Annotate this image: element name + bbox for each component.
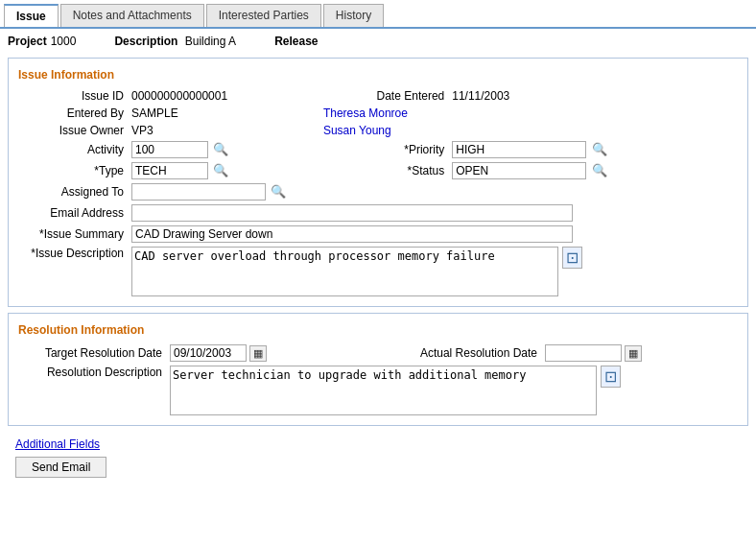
email-address-input[interactable] [131, 204, 573, 222]
resolution-desc-expand-button[interactable]: ⊡ [601, 366, 621, 388]
email-address-label: Email Address [12, 202, 128, 224]
status-label: *Status [333, 160, 448, 181]
bottom-section: Additional Fields Send Email [0, 430, 756, 484]
header-row: Project1000 Description Building A Relea… [0, 29, 756, 54]
actual-date-label: Actual Resolution Date [388, 342, 541, 364]
target-date-input[interactable] [170, 344, 247, 362]
additional-fields-link[interactable]: Additional Fields [8, 434, 107, 455]
status-input[interactable] [452, 162, 586, 179]
email-address-cell [128, 202, 744, 224]
resolution-dates-row: Target Resolution Date ▦ Actual Resoluti… [12, 342, 744, 364]
assigned-to-label: Assigned To [12, 181, 128, 202]
resolution-desc-label: Resolution Description [12, 364, 166, 417]
actual-date-input[interactable] [545, 344, 622, 362]
actual-date-calendar-button[interactable]: ▦ [625, 345, 642, 362]
priority-cell: 🔍 [448, 139, 744, 160]
actual-date-cell: ▦ [541, 342, 744, 364]
project-label: Project [8, 35, 47, 48]
issue-form-table: Issue ID 000000000000001 Date Entered 11… [12, 87, 744, 298]
entered-by-person: Theresa Monroe [319, 105, 448, 122]
target-date-cell: ▦ [166, 342, 368, 364]
priority-search-button[interactable]: 🔍 [590, 142, 609, 156]
email-address-row: Email Address [12, 202, 744, 224]
issue-summary-cell [128, 224, 744, 245]
issue-description-row: *Issue Description CAD server overload t… [12, 245, 744, 298]
description-label: Description [114, 35, 177, 48]
issue-owner-row: Issue Owner VP3 Susan Young [12, 122, 744, 139]
tab-issue[interactable]: Issue [4, 4, 59, 27]
target-date-calendar-button[interactable]: ▦ [249, 345, 267, 362]
resolution-section-title: Resolution Information [12, 321, 744, 342]
issue-description-label: *Issue Description [12, 245, 128, 298]
activity-cell: 🔍 [128, 139, 319, 160]
entered-by-label: Entered By [12, 105, 128, 122]
type-search-button[interactable]: 🔍 [211, 163, 230, 177]
resolution-desc-cell: Server technician to upgrade with additi… [166, 364, 744, 417]
issue-information-section: Issue Information Issue ID 0000000000000… [8, 58, 748, 307]
issue-section-title: Issue Information [12, 66, 744, 87]
issue-owner-person: Susan Young [319, 122, 448, 139]
issue-id-label: Issue ID [12, 87, 128, 105]
date-entered-label: Date Entered [333, 87, 448, 105]
status-search-button[interactable]: 🔍 [590, 163, 609, 177]
issue-id-row: Issue ID 000000000000001 Date Entered 11… [12, 87, 744, 105]
entered-by-value: SAMPLE [128, 105, 319, 122]
issue-description-textarea[interactable]: CAD server overload through processor me… [131, 247, 558, 296]
priority-input[interactable] [452, 141, 586, 158]
issue-owner-value: VP3 [128, 122, 319, 139]
issue-summary-label: *Issue Summary [12, 224, 128, 245]
tab-history[interactable]: History [323, 4, 384, 27]
send-email-button[interactable]: Send Email [15, 457, 106, 478]
type-input[interactable] [131, 162, 208, 179]
activity-label: Activity [12, 139, 128, 160]
status-cell: 🔍 [448, 160, 744, 181]
tab-bar: Issue Notes and Attachments Interested P… [0, 0, 756, 29]
type-label: *Type [12, 160, 128, 181]
issue-summary-input[interactable] [131, 225, 573, 243]
date-entered-value: 11/11/2003 [448, 87, 744, 105]
tab-interested[interactable]: Interested Parties [206, 4, 321, 27]
description-value: Building A [185, 35, 236, 48]
assigned-to-search-button[interactable]: 🔍 [269, 184, 288, 199]
tab-notes[interactable]: Notes and Attachments [60, 4, 204, 27]
issue-description-expand-button[interactable]: ⊡ [562, 247, 582, 269]
issue-description-cell: CAD server overload through processor me… [128, 245, 744, 298]
assigned-to-cell: 🔍 [128, 181, 448, 202]
project-label-text: Project1000 [8, 35, 76, 48]
type-cell: 🔍 [128, 160, 319, 181]
resolution-desc-textarea[interactable]: Server technician to upgrade with additi… [170, 366, 597, 415]
assigned-to-row: Assigned To 🔍 [12, 181, 744, 202]
type-status-row: *Type 🔍 *Status 🔍 [12, 160, 744, 181]
resolution-form-table: Target Resolution Date ▦ Actual Resoluti… [12, 342, 744, 417]
activity-priority-row: Activity 🔍 *Priority 🔍 [12, 139, 744, 160]
entered-by-row: Entered By SAMPLE Theresa Monroe [12, 105, 744, 122]
issue-owner-label: Issue Owner [12, 122, 128, 139]
project-value: 1000 [51, 35, 77, 48]
issue-id-value: 000000000000001 [128, 87, 333, 105]
resolution-desc-row: Resolution Description Server technician… [12, 364, 744, 417]
assigned-to-input[interactable] [131, 183, 266, 201]
entered-by-person-link[interactable]: Theresa Monroe [323, 106, 408, 120]
resolution-information-section: Resolution Information Target Resolution… [8, 313, 748, 426]
release-label-text: Release [274, 35, 318, 48]
release-label: Release [274, 35, 318, 48]
priority-label: *Priority [333, 139, 448, 160]
description-label-text: Description Building A [114, 35, 236, 48]
issue-summary-row: *Issue Summary [12, 224, 744, 245]
activity-input[interactable] [131, 141, 208, 158]
issue-owner-person-link[interactable]: Susan Young [323, 124, 391, 137]
activity-search-button[interactable]: 🔍 [211, 142, 230, 156]
target-date-label: Target Resolution Date [12, 342, 166, 364]
